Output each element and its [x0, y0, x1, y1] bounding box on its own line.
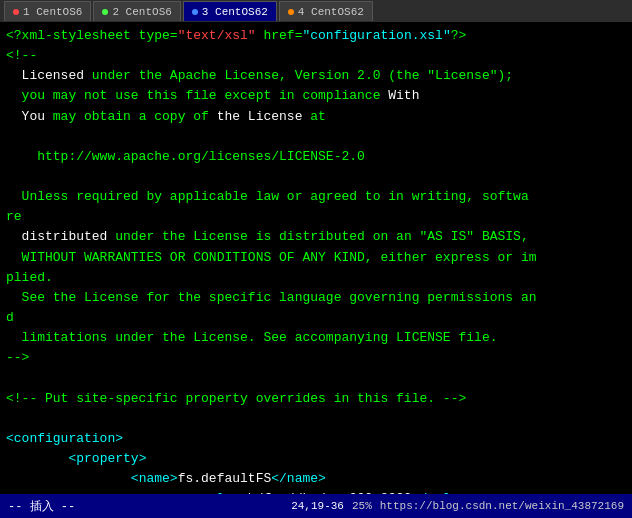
- tab-centos62-4[interactable]: 4 CentOS62: [279, 1, 373, 21]
- tab-centos6-1[interactable]: 1 CentOS6: [4, 1, 91, 21]
- tab-label-2: 2 CentOS6: [112, 6, 171, 18]
- line-24: <value>hdfs://hadoop000:8020</value>: [6, 489, 626, 494]
- line-9: Unless required by applicable law or agr…: [6, 187, 626, 207]
- tab-label-3: 3 CentOS62: [202, 6, 268, 18]
- terminal-window: 1 CentOS6 2 CentOS6 3 CentOS62 4 CentOS6…: [0, 0, 632, 518]
- line-19: <!-- Put site-specific property override…: [6, 389, 626, 409]
- line-10: re: [6, 207, 626, 227]
- line-1: <?xml-stylesheet type="text/xsl" href="c…: [6, 26, 626, 46]
- line-13: plied.: [6, 268, 626, 288]
- insert-mode: -- 插入 --: [8, 498, 75, 515]
- line-20: [6, 409, 626, 429]
- tab-label-1: 1 CentOS6: [23, 6, 82, 18]
- url-display: https://blog.csdn.net/weixin_43872169: [380, 500, 624, 512]
- line-3: Licensed under the Apache License, Versi…: [6, 66, 626, 86]
- line-15: d: [6, 308, 626, 328]
- line-22: <property>: [6, 449, 626, 469]
- tab-dot-4: [288, 9, 294, 15]
- tab-centos6-2[interactable]: 2 CentOS6: [93, 1, 180, 21]
- line-5: You may obtain a copy of the License at: [6, 107, 626, 127]
- status-right: 24,19-36 25% https://blog.csdn.net/weixi…: [291, 500, 624, 512]
- line-14: See the License for the specific languag…: [6, 288, 626, 308]
- line-16: limitations under the License. See accom…: [6, 328, 626, 348]
- line-23: <name>fs.defaultFS</name>: [6, 469, 626, 489]
- line-2: <!--: [6, 46, 626, 66]
- line-8: [6, 167, 626, 187]
- line-12: WITHOUT WARRANTIES OR CONDITIONS OF ANY …: [6, 248, 626, 268]
- line-7: http://www.apache.org/licenses/LICENSE-2…: [6, 147, 626, 167]
- line-6: [6, 127, 626, 147]
- status-left: -- 插入 --: [8, 498, 75, 515]
- editor-area[interactable]: <?xml-stylesheet type="text/xsl" href="c…: [0, 22, 632, 494]
- title-bar: 1 CentOS6 2 CentOS6 3 CentOS62 4 CentOS6…: [0, 0, 632, 22]
- tab-centos62-3[interactable]: 3 CentOS62: [183, 1, 277, 21]
- tab-label-4: 4 CentOS62: [298, 6, 364, 18]
- scroll-percent: 25%: [352, 500, 372, 512]
- line-column: 24,19-36: [291, 500, 344, 512]
- line-4: you may not use this file except in comp…: [6, 86, 626, 106]
- tab-dot-3: [192, 9, 198, 15]
- tab-dot-1: [13, 9, 19, 15]
- tab-dot-2: [102, 9, 108, 15]
- line-17: -->: [6, 348, 626, 368]
- line-11: distributed under the License is distrib…: [6, 227, 626, 247]
- line-21: <configuration>: [6, 429, 626, 449]
- status-bar: -- 插入 -- 24,19-36 25% https://blog.csdn.…: [0, 494, 632, 518]
- line-18: [6, 368, 626, 388]
